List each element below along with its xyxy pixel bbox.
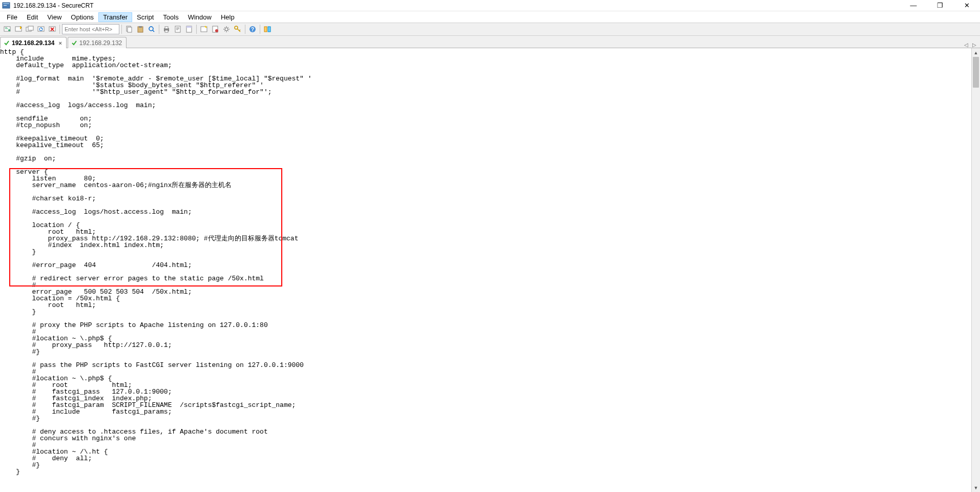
check-icon xyxy=(4,40,10,46)
toolbar-separator xyxy=(196,25,197,34)
check-icon xyxy=(71,40,77,46)
menu-help[interactable]: Help xyxy=(216,12,239,22)
find-icon[interactable] xyxy=(147,24,157,34)
help-icon[interactable]: ? xyxy=(247,24,258,34)
menu-transfer[interactable]: Transfer xyxy=(98,12,132,22)
svg-point-4 xyxy=(8,29,10,31)
reconnect-icon[interactable] xyxy=(36,24,46,34)
session-options-icon[interactable] xyxy=(184,24,194,34)
quick-connect-icon[interactable] xyxy=(13,24,24,34)
toolbar-separator xyxy=(59,25,60,34)
svg-rect-1 xyxy=(3,3,9,4)
menu-script[interactable]: Script xyxy=(132,12,158,22)
svg-point-15 xyxy=(149,27,153,31)
menu-edit[interactable]: Edit xyxy=(22,12,43,22)
menu-tools[interactable]: Tools xyxy=(158,12,183,22)
tab-prev-icon[interactable]: ◁ xyxy=(963,42,970,48)
tab-next-icon[interactable]: ▷ xyxy=(971,42,978,48)
toolbar-separator xyxy=(159,25,159,34)
scroll-track[interactable] xyxy=(972,57,980,483)
host-input[interactable] xyxy=(62,24,119,34)
window-controls: — ❐ ✕ xyxy=(906,2,978,9)
menu-options[interactable]: Options xyxy=(66,12,98,22)
log-session-icon[interactable] xyxy=(210,24,220,34)
svg-rect-7 xyxy=(28,26,33,30)
settings-icon[interactable] xyxy=(221,24,232,34)
maximize-button[interactable]: ❐ xyxy=(933,2,947,9)
terminal-area[interactable]: http { include mime.types; default_type … xyxy=(0,48,980,492)
svg-rect-12 xyxy=(128,27,132,32)
scroll-up-icon[interactable]: ▲ xyxy=(972,48,980,57)
properties-icon[interactable] xyxy=(173,24,183,34)
menu-view[interactable]: View xyxy=(43,12,66,22)
toggle-view-icon[interactable] xyxy=(262,24,273,34)
app-icon xyxy=(2,2,10,10)
toolbar-separator xyxy=(121,25,122,34)
menu-window[interactable]: Window xyxy=(183,12,216,22)
tab-inactive[interactable]: 192.168.29.132 xyxy=(68,37,127,48)
tab-label: 192.168.29.134 xyxy=(12,39,54,47)
titlebar: 192.168.29.134 - SecureCRT — ❐ ✕ xyxy=(0,0,980,11)
close-button[interactable]: ✕ xyxy=(960,2,974,9)
connect-icon[interactable] xyxy=(2,24,12,34)
svg-rect-21 xyxy=(186,26,192,28)
toolbar-separator xyxy=(245,25,245,34)
svg-rect-17 xyxy=(165,27,168,29)
paste-icon[interactable] xyxy=(135,24,145,34)
svg-rect-14 xyxy=(139,26,142,28)
disconnect-icon[interactable] xyxy=(47,24,57,34)
menu-file[interactable]: File xyxy=(2,12,22,22)
svg-text:?: ? xyxy=(251,27,254,32)
print-icon[interactable] xyxy=(161,24,172,34)
tab-label: 192.168.29.132 xyxy=(79,39,122,47)
svg-point-25 xyxy=(225,28,228,31)
toolbar: ? xyxy=(0,23,980,36)
scroll-thumb[interactable] xyxy=(973,57,979,88)
tab-active[interactable]: 192.168.29.134 × xyxy=(0,37,67,48)
menubar: File Edit View Options Transfer Script T… xyxy=(0,11,980,23)
vertical-scrollbar[interactable]: ▲ ▼ xyxy=(971,48,980,492)
svg-rect-19 xyxy=(175,26,180,32)
new-session-icon[interactable] xyxy=(199,24,209,34)
svg-rect-18 xyxy=(165,30,168,32)
window-title: 192.168.29.134 - SecureCRT xyxy=(13,2,94,9)
toolbar-separator xyxy=(260,25,260,34)
svg-point-24 xyxy=(215,29,218,32)
copy-icon[interactable] xyxy=(124,24,134,34)
minimize-button[interactable]: — xyxy=(906,2,921,9)
svg-rect-29 xyxy=(264,27,267,32)
svg-rect-30 xyxy=(268,27,270,32)
key-icon[interactable] xyxy=(233,24,243,34)
tab-nav: ◁ ▷ xyxy=(963,42,980,48)
svg-rect-2 xyxy=(4,5,7,6)
tabbar: 192.168.29.134 × 192.168.29.132 ◁ ▷ xyxy=(0,36,980,48)
close-icon[interactable]: × xyxy=(58,40,61,46)
terminal-output[interactable]: http { include mime.types; default_type … xyxy=(0,48,980,475)
connect-tab-icon[interactable] xyxy=(25,24,35,34)
scroll-down-icon[interactable]: ▼ xyxy=(972,483,980,492)
